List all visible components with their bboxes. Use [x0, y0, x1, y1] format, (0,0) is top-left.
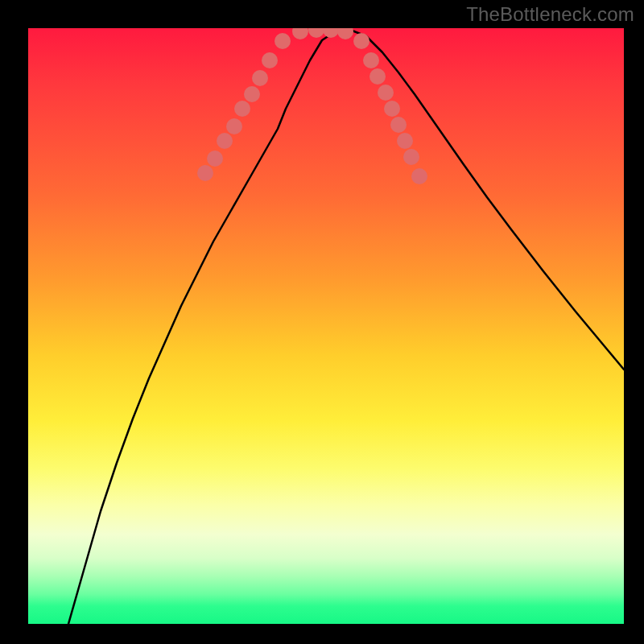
- data-marker: [390, 117, 407, 133]
- bottleneck-curve: [68, 30, 624, 624]
- data-marker: [226, 118, 242, 134]
- data-marker: [244, 86, 260, 102]
- chart-svg: [28, 28, 624, 624]
- data-marker: [397, 133, 413, 149]
- data-marker: [308, 28, 324, 38]
- chart-frame: TheBottleneck.com: [0, 0, 644, 644]
- data-marker: [403, 149, 419, 165]
- data-marker: [411, 168, 427, 184]
- data-marker: [378, 85, 394, 101]
- marker-layer: [197, 28, 427, 184]
- data-marker: [217, 133, 233, 149]
- data-marker: [363, 52, 379, 68]
- plot-area: [28, 28, 624, 624]
- watermark-text: TheBottleneck.com: [466, 3, 634, 26]
- data-marker: [207, 151, 223, 167]
- data-marker: [369, 68, 386, 85]
- data-marker: [197, 165, 213, 181]
- data-marker: [292, 28, 308, 39]
- data-marker: [384, 101, 400, 117]
- data-marker: [337, 28, 353, 39]
- data-marker: [252, 70, 268, 86]
- data-marker: [275, 33, 291, 49]
- curve-layer: [68, 30, 624, 624]
- data-marker: [353, 33, 369, 49]
- data-marker: [234, 101, 250, 117]
- data-marker: [262, 52, 278, 68]
- data-marker: [323, 28, 339, 38]
